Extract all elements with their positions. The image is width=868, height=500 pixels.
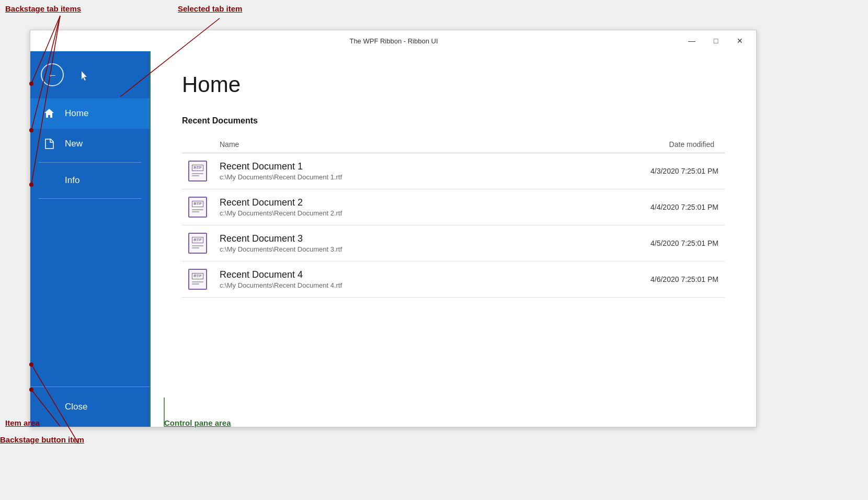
sidebar-back-area: ← bbox=[30, 51, 150, 98]
home-icon bbox=[43, 108, 55, 119]
doc-icon-cell: RTF bbox=[182, 225, 220, 262]
sidebar-item-new-label: New bbox=[65, 139, 83, 149]
rtf-line-1 bbox=[192, 245, 203, 246]
rtf-file-icon: RTF bbox=[188, 197, 207, 218]
annotation-selected-tab-item: Selected tab item bbox=[178, 4, 242, 13]
rtf-lines bbox=[192, 172, 203, 177]
sidebar-item-info-label: Info bbox=[65, 175, 79, 186]
table-header-row: Name Date modified bbox=[182, 136, 725, 153]
doc-info-cell: Recent Document 2 c:\My Documents\Recent… bbox=[220, 189, 540, 225]
close-button[interactable]: ✕ bbox=[728, 32, 752, 49]
rtf-line-2 bbox=[192, 175, 199, 176]
sidebar-item-home[interactable]: Home bbox=[30, 98, 150, 129]
rtf-lines bbox=[192, 208, 203, 213]
doc-path: c:\My Documents\Recent Document 1.rtf bbox=[220, 173, 534, 181]
doc-icon-cell: RTF bbox=[182, 262, 220, 298]
doc-path: c:\My Documents\Recent Document 3.rtf bbox=[220, 245, 534, 253]
doc-path: c:\My Documents\Recent Document 4.rtf bbox=[220, 281, 534, 289]
table-row[interactable]: RTF Recent Document 3 c:\My Documents\Re… bbox=[182, 225, 725, 262]
new-doc-icon bbox=[43, 138, 55, 150]
table-row[interactable]: RTF Recent Document 4 c:\My Documents\Re… bbox=[182, 262, 725, 298]
rtf-label: RTF bbox=[192, 165, 203, 171]
sidebar-divider-1 bbox=[39, 162, 141, 163]
table-row[interactable]: RTF Recent Document 1 c:\My Documents\Re… bbox=[182, 153, 725, 189]
sidebar-item-close-label: Close bbox=[65, 402, 87, 412]
doc-info-cell: Recent Document 3 c:\My Documents\Recent… bbox=[220, 225, 540, 262]
cursor-icon bbox=[79, 70, 88, 82]
doc-info-cell: Recent Document 4 c:\My Documents\Recent… bbox=[220, 262, 540, 298]
doc-date-cell: 4/6/2020 7:25:01 PM bbox=[540, 262, 725, 298]
doc-name: Recent Document 3 bbox=[220, 233, 534, 244]
title-bar-controls: — □ ✕ bbox=[680, 32, 752, 49]
table-col-date-header: Date modified bbox=[540, 136, 725, 153]
rtf-lines bbox=[192, 244, 203, 249]
annotation-backstage-button-item: Backstage button item bbox=[0, 435, 84, 444]
sidebar-item-home-label: Home bbox=[65, 108, 88, 119]
rtf-label: RTF bbox=[192, 273, 203, 279]
doc-date-cell: 4/4/2020 7:25:01 PM bbox=[540, 189, 725, 225]
table-row[interactable]: RTF Recent Document 2 c:\My Documents\Re… bbox=[182, 189, 725, 225]
minimize-button[interactable]: — bbox=[680, 32, 704, 49]
rtf-line-2 bbox=[192, 211, 199, 212]
sidebar-divider-2 bbox=[39, 198, 141, 199]
pane-title: Home bbox=[182, 72, 725, 97]
title-bar: The WPF Ribbon - Ribbon UI — □ ✕ bbox=[30, 30, 756, 51]
doc-info-cell: Recent Document 1 c:\My Documents\Recent… bbox=[220, 153, 540, 189]
rtf-file-icon: RTF bbox=[188, 269, 207, 290]
doc-name: Recent Document 1 bbox=[220, 161, 534, 172]
rtf-line-1 bbox=[192, 173, 203, 174]
rtf-line-2 bbox=[192, 283, 199, 285]
table-col-name-header: Name bbox=[220, 136, 540, 153]
doc-date-cell: 4/5/2020 7:25:01 PM bbox=[540, 225, 725, 262]
doc-path: c:\My Documents\Recent Document 2.rtf bbox=[220, 209, 534, 217]
sidebar: ← Home bbox=[30, 51, 150, 427]
annotation-backstage-tab-items: Backstage tab items bbox=[5, 4, 81, 13]
sidebar-item-close[interactable]: Close bbox=[30, 392, 150, 422]
rtf-label: RTF bbox=[192, 201, 203, 207]
maximize-button[interactable]: □ bbox=[704, 32, 728, 49]
rtf-file-icon: RTF bbox=[188, 233, 207, 254]
recent-docs-header: Recent Documents bbox=[182, 116, 725, 126]
sidebar-bottom: Close bbox=[30, 387, 150, 427]
sidebar-nav: Home New Info bbox=[30, 98, 150, 387]
rtf-line-2 bbox=[192, 247, 199, 248]
rtf-label: RTF bbox=[192, 237, 203, 243]
window-body: ← Home bbox=[30, 51, 756, 427]
rtf-file-icon: RTF bbox=[188, 161, 207, 181]
rtf-line-1 bbox=[192, 209, 203, 210]
sidebar-item-new[interactable]: New bbox=[30, 129, 150, 159]
control-pane: Home Recent Documents Name Date modified… bbox=[150, 51, 756, 427]
doc-icon-cell: RTF bbox=[182, 189, 220, 225]
rtf-line-1 bbox=[192, 281, 203, 282]
window-title: The WPF Ribbon - Ribbon UI bbox=[108, 37, 680, 45]
doc-name: Recent Document 4 bbox=[220, 269, 534, 280]
back-icon: ← bbox=[47, 69, 58, 81]
doc-name: Recent Document 2 bbox=[220, 197, 534, 208]
doc-icon-cell: RTF bbox=[182, 153, 220, 189]
table-col-icon-header bbox=[182, 136, 220, 153]
doc-date-cell: 4/3/2020 7:25:01 PM bbox=[540, 153, 725, 189]
recent-docs-table: Name Date modified RTF Recent Docu bbox=[182, 136, 725, 298]
main-window: The WPF Ribbon - Ribbon UI — □ ✕ ← bbox=[30, 30, 757, 427]
back-button[interactable]: ← bbox=[41, 63, 64, 86]
sidebar-item-info[interactable]: Info bbox=[30, 166, 150, 195]
rtf-lines bbox=[192, 280, 203, 286]
